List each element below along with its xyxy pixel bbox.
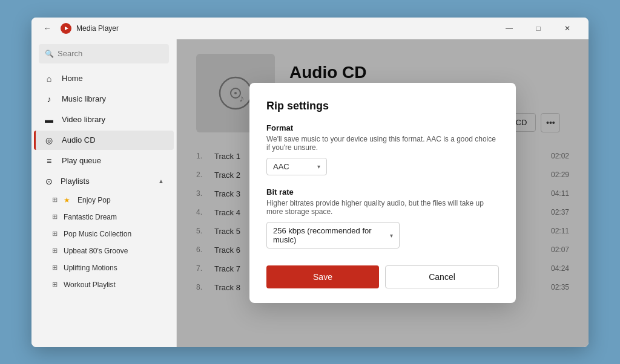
titlebar: ← Media Player — □ ✕	[31, 18, 589, 39]
playlist-icon: ⊞	[52, 196, 58, 204]
playlists-icon: ⊙	[44, 177, 54, 186]
playlist-icon: ⊞	[52, 230, 58, 238]
window-controls: — □ ✕	[495, 19, 581, 38]
app-logo	[61, 23, 71, 34]
sidebar-item-audio-cd[interactable]: ◎ Audio CD	[34, 131, 174, 150]
minimize-button[interactable]: —	[495, 19, 523, 38]
modal-title: Rip settings	[266, 100, 499, 112]
sidebar-item-fantastic-dream[interactable]: ⊞ Fantastic Dream	[34, 209, 174, 225]
playlist-icon: ⊞	[52, 264, 58, 271]
sidebar-item-music-library[interactable]: ♪ Music library	[34, 89, 174, 109]
queue-icon: ≡	[44, 156, 54, 166]
sidebar-item-enjoy-pop[interactable]: ⊞ ★ Enjoy Pop	[34, 192, 174, 208]
rip-settings-modal: Rip settings Format We'll save music to …	[249, 83, 516, 303]
sidebar-playlists-label: Playlists	[61, 177, 90, 186]
search-box[interactable]: 🔍	[39, 44, 169, 63]
sidebar-item-play-queue[interactable]: ≡ Play queue	[34, 151, 174, 171]
modal-overlay[interactable]: Rip settings Format We'll save music to …	[177, 39, 589, 347]
format-label: Format	[266, 123, 499, 132]
maximize-button[interactable]: □	[524, 19, 552, 38]
sidebar-item-audio-cd-label: Audio CD	[62, 135, 96, 145]
playlist-icon: ⊞	[52, 213, 58, 221]
sidebar-item-pop-music-collection[interactable]: ⊞ Pop Music Collection	[34, 226, 174, 242]
sidebar: 🔍 ⌂ Home ♪ Music library ▬ Video library…	[31, 39, 177, 347]
playlist-icon: ⊞	[52, 247, 58, 255]
playlist-enjoy-pop-label: Enjoy Pop	[78, 196, 111, 204]
video-icon: ▬	[44, 115, 54, 125]
playlist-fantastic-dream-label: Fantastic Dream	[64, 213, 117, 221]
bitrate-label: Bit rate	[266, 187, 499, 197]
chevron-down-icon: ▾	[390, 232, 393, 239]
sidebar-playlists-section[interactable]: ⊙ Playlists ▲	[34, 172, 174, 191]
sidebar-item-video-library[interactable]: ▬ Video library	[34, 110, 174, 129]
bitrate-description: Higher bitrates provide higher quality a…	[266, 199, 499, 216]
format-select[interactable]: AAC ▾	[266, 158, 327, 175]
bitrate-selected-value: 256 kbps (recommended for music)	[273, 226, 385, 244]
format-selected-value: AAC	[273, 162, 289, 171]
star-icon: ★	[64, 196, 70, 204]
save-button[interactable]: Save	[266, 265, 379, 288]
sidebar-item-home-label: Home	[62, 74, 83, 83]
playlist-pop-music-collection-label: Pop Music Collection	[64, 230, 131, 238]
content-area: ♪ Audio CD Unknown artist 10 tracks • 29…	[177, 39, 589, 347]
close-button[interactable]: ✕	[553, 19, 581, 38]
modal-buttons: Save Cancel	[266, 265, 499, 288]
sidebar-item-upbeat-80s[interactable]: ⊞ Upbeat 80's Groove	[34, 243, 174, 259]
bitrate-select[interactable]: 256 kbps (recommended for music) ▾	[266, 222, 400, 249]
search-icon: 🔍	[45, 50, 54, 58]
playlist-icon: ⊞	[52, 281, 58, 288]
sidebar-item-uplifting-motions[interactable]: ⊞ Uplifting Motions	[34, 260, 174, 276]
back-button[interactable]: ←	[39, 20, 56, 37]
app-title: Media Player	[76, 24, 495, 33]
sidebar-item-workout-playlist[interactable]: ⊞ Workout Playlist	[34, 277, 174, 293]
app-window: ← Media Player — □ ✕ 🔍 ⌂ Home	[31, 18, 589, 347]
music-icon: ♪	[44, 94, 54, 104]
main-area: 🔍 ⌂ Home ♪ Music library ▬ Video library…	[31, 39, 589, 347]
sidebar-item-video-label: Video library	[62, 115, 105, 124]
format-description: We'll save music to your device using th…	[266, 135, 499, 152]
sidebar-item-play-queue-label: Play queue	[62, 156, 101, 165]
chevron-down-icon: ▾	[317, 163, 320, 170]
sidebar-item-home[interactable]: ⌂ Home	[34, 69, 174, 88]
search-input[interactable]	[58, 49, 163, 58]
chevron-up-icon: ▲	[158, 178, 164, 184]
cd-icon: ◎	[44, 135, 54, 145]
home-icon: ⌂	[44, 74, 54, 83]
cancel-button[interactable]: Cancel	[385, 265, 499, 288]
sidebar-item-music-label: Music library	[62, 94, 106, 103]
playlist-upbeat-80s-label: Upbeat 80's Groove	[64, 247, 128, 255]
playlist-workout-label: Workout Playlist	[64, 281, 116, 289]
playlist-uplifting-motions-label: Uplifting Motions	[64, 264, 117, 272]
